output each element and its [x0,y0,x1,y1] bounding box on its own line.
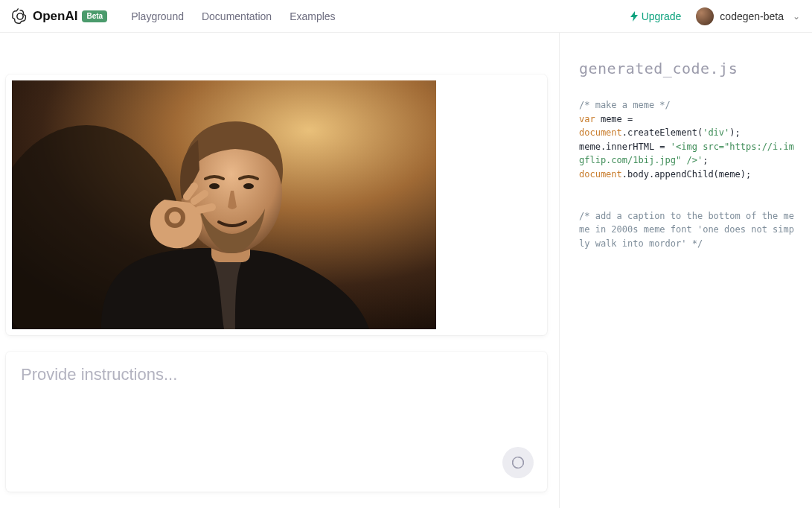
nav-documentation[interactable]: Documentation [202,10,272,22]
main-nav: Playground Documentation Examples [131,10,335,22]
nav-examples[interactable]: Examples [290,10,335,22]
lightning-icon [630,11,639,22]
beta-badge: Beta [82,10,107,22]
code-block: /* make a meme */ var meme = document.cr… [579,98,797,251]
username: codegen-beta [720,10,784,22]
header: OpenAI Beta Playground Documentation Exa… [0,0,812,33]
upgrade-link[interactable]: Upgrade [630,10,682,22]
svg-point-6 [243,183,254,189]
nav-playground[interactable]: Playground [131,10,184,22]
upgrade-label: Upgrade [642,10,682,22]
brand-logo[interactable]: OpenAI Beta [12,8,107,25]
user-menu[interactable]: codegen-beta ⌄ [696,7,800,25]
instructions-input[interactable] [21,365,532,478]
instructions-card [6,352,547,492]
brand-text: OpenAI [33,9,77,24]
code-filename: generated_code.js [579,60,797,77]
svg-point-0 [17,13,23,19]
chevron-down-icon: ⌄ [793,11,800,22]
svg-point-5 [209,183,220,189]
openai-logo-icon [12,8,28,25]
openai-swirl-icon [510,454,526,471]
code-panel: generated_code.js /* make a meme */ var … [559,33,812,508]
meme-preview-image [12,80,436,329]
preview-card [6,74,547,335]
avatar [696,7,714,25]
submit-button[interactable] [502,447,534,478]
left-pane [0,33,559,508]
